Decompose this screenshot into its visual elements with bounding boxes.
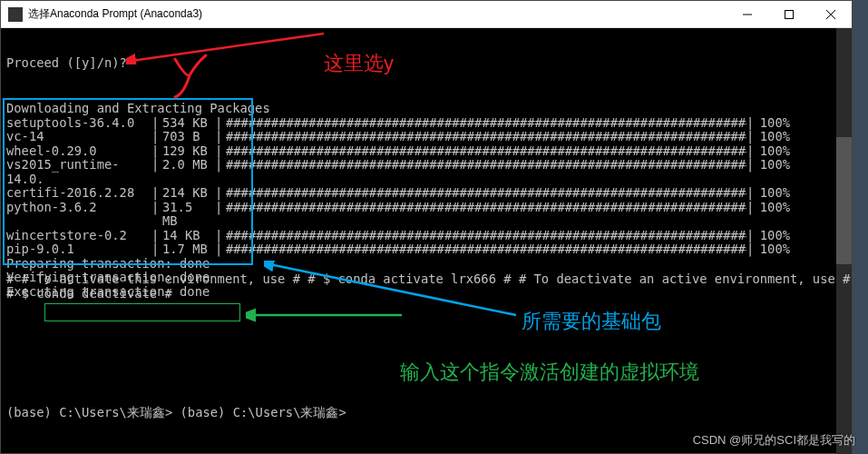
pkg-percent: 100% <box>757 186 790 201</box>
window-title: 选择Anaconda Prompt (Anaconda3) <box>28 6 202 22</box>
downloading-header: Downloading and Extracting Packages <box>6 102 841 116</box>
pkg-percent: 100% <box>757 201 790 229</box>
pkg-progress-bar: ########################################… <box>226 201 746 229</box>
pkg-name: vs2015_runtime-14.0. <box>6 158 151 186</box>
terminal-window: 选择Anaconda Prompt (Anaconda3) Proceed ([… <box>0 0 853 454</box>
pkg-progress-bar: ########################################… <box>226 242 746 257</box>
package-row: wheel-0.29.0|129 KB|####################… <box>6 144 841 159</box>
pkg-name: pip-9.0.1 <box>6 242 151 257</box>
preparing-line: Preparing transaction: done <box>6 257 841 271</box>
svg-rect-1 <box>785 10 794 18</box>
maximize-button[interactable] <box>768 1 810 27</box>
pkg-size: 703 B <box>162 130 215 144</box>
pkg-progress-bar: ########################################… <box>226 158 746 186</box>
package-row: python-3.6.2|31.5 MB|###################… <box>6 201 841 229</box>
red-annotation-text: 这里选y <box>324 50 394 77</box>
hash-line: # <box>503 271 511 286</box>
deactivate-hint: # To deactivate an active environment, u… <box>519 271 835 286</box>
right-decor <box>853 0 868 454</box>
svg-line-4 <box>132 34 324 61</box>
hash-line: # <box>164 286 171 301</box>
package-row: wincertstore-0.2|14 KB|#################… <box>6 229 841 243</box>
red-handwritten-y <box>170 54 215 99</box>
pkg-name: vc-14 <box>6 130 151 144</box>
package-row: vc-14|703 B|############################… <box>6 130 841 144</box>
pkg-percent: 100% <box>757 130 790 144</box>
pkg-size: 14 KB <box>162 229 215 243</box>
pkg-progress-bar: ########################################… <box>226 144 746 159</box>
app-icon <box>8 7 23 22</box>
prompt-line[interactable]: (base) C:\Users\来瑞鑫> <box>6 405 172 419</box>
package-row: pip-9.0.1|1.7 MB|#######################… <box>6 242 841 257</box>
prompt-block: (base) C:\Users\来瑞鑫> (base) C:\Users\来瑞鑫… <box>6 405 346 419</box>
pkg-name: certifi-2016.2.28 <box>6 186 151 201</box>
close-button[interactable] <box>810 1 852 27</box>
package-row: vs2015_runtime-14.0.|2.0 MB|############… <box>6 158 841 186</box>
red-arrow <box>126 32 326 64</box>
title-bar: 选择Anaconda Prompt (Anaconda3) <box>1 1 852 28</box>
hints-block: # # To activate this environment, use # … <box>6 271 852 301</box>
pkg-size: 1.7 MB <box>162 242 215 257</box>
pkg-percent: 100% <box>757 158 790 186</box>
pkg-size: 2.0 MB <box>162 158 215 186</box>
pkg-percent: 100% <box>757 229 790 243</box>
pkg-size: 534 KB <box>162 116 215 131</box>
pkg-percent: 100% <box>757 144 790 159</box>
pkg-size: 129 KB <box>162 144 215 159</box>
green-arrow <box>246 308 404 322</box>
hash-line: # <box>6 271 14 286</box>
green-highlight-box <box>44 303 240 321</box>
pkg-progress-bar: ########################################… <box>226 186 746 201</box>
watermark: CSDN @师兄的SCI都是我写的 <box>693 432 855 449</box>
hash-line: # <box>293 271 300 286</box>
proceed-prompt: Proceed ([y]/n)? <box>6 55 127 70</box>
hash-line: # <box>843 271 850 286</box>
minimize-button[interactable] <box>727 1 768 27</box>
pkg-percent: 100% <box>757 242 790 257</box>
prompt-line[interactable]: (base) C:\Users\来瑞鑫> <box>180 405 346 419</box>
pkg-name: python-3.6.2 <box>6 201 151 229</box>
pkg-name: wincertstore-0.2 <box>6 229 151 243</box>
package-row: setuptools-36.4.0|534 KB|###############… <box>6 116 841 131</box>
pkg-size: 214 KB <box>162 186 215 201</box>
pkg-percent: 100% <box>757 116 790 131</box>
pkg-progress-bar: ########################################… <box>226 130 746 144</box>
pkg-name: setuptools-36.4.0 <box>6 116 151 131</box>
activate-cmd: $ conda activate lrx666 <box>323 271 496 286</box>
pkg-size: 31.5 MB <box>162 201 215 229</box>
pkg-progress-bar: ########################################… <box>226 116 746 131</box>
package-row: certifi-2016.2.28|214 KB|###############… <box>6 186 841 201</box>
deactivate-cmd: $ conda deactivate <box>22 286 158 301</box>
download-output: Downloading and Extracting Packages setu… <box>6 102 841 299</box>
pkg-progress-bar: ########################################… <box>226 229 746 243</box>
blue-annotation-text: 所需要的基础包 <box>522 308 661 335</box>
pkg-name: wheel-0.29.0 <box>6 144 151 159</box>
activate-hint: # To activate this environment, use <box>22 271 286 286</box>
green-annotation-text: 输入这个指令激活创建的虚拟环境 <box>400 359 699 386</box>
